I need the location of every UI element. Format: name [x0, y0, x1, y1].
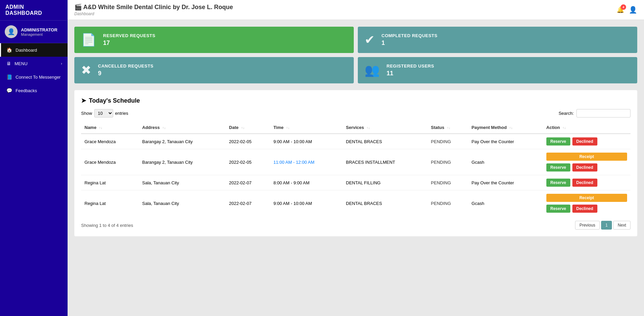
- action-cell: Receipt Reserve Declined: [546, 194, 627, 213]
- schedule-title: ➤ Today's Schedule: [81, 97, 630, 104]
- action-cell: Reserve Declined: [546, 179, 627, 187]
- sidebar: ADMIN DASHBOARD 👤 ADMINISTRATOR Manageme…: [0, 0, 68, 316]
- col-action: Action ↑↓: [543, 122, 630, 134]
- reserved-value: 17: [103, 40, 155, 47]
- sort-icon-services: ↑↓: [367, 126, 370, 130]
- entries-select[interactable]: 10 25 50 100: [94, 109, 113, 117]
- action-row: Reserve Declined: [546, 205, 627, 213]
- reserve-button[interactable]: Reserve: [546, 205, 570, 213]
- sidebar-item-messenger[interactable]: 📘 Connect To Messenger: [0, 70, 68, 84]
- profile-role: Management: [21, 32, 57, 36]
- cancelled-icon: ✖: [81, 63, 91, 77]
- messenger-icon: 📘: [6, 74, 12, 80]
- declined-button[interactable]: Declined: [572, 205, 597, 213]
- cancelled-value: 9: [98, 70, 153, 77]
- next-button[interactable]: Next: [613, 221, 630, 230]
- stat-card-reserved[interactable]: 📄 RESERVED REQUESTS 17: [74, 27, 354, 53]
- feedbacks-icon: 💬: [6, 88, 12, 93]
- sort-icon-address: ↑↓: [162, 126, 166, 130]
- col-payment: Payment Method ↑↓: [468, 122, 543, 134]
- cell-action: Reserve Declined: [543, 175, 630, 190]
- cell-action: Reserve Declined: [543, 134, 630, 149]
- sidebar-item-menu[interactable]: 🖥 MENU ›: [0, 57, 68, 70]
- table-row: Regina Lat Sala, Tanauan City 2022-02-07…: [81, 175, 630, 190]
- clinic-name: A&D White Smile Dental Clinic by Dr. Jos…: [83, 4, 233, 10]
- topbar-left: 🎬 A&D White Smile Dental Clinic by Dr. J…: [74, 3, 233, 16]
- col-date: Date ↑↓: [226, 122, 270, 134]
- sidebar-item-feedbacks-label: Feedbacks: [16, 88, 37, 93]
- table-row: Regina Lat Sala, Tanauan City 2022-02-07…: [81, 190, 630, 216]
- search-input[interactable]: [576, 109, 630, 117]
- cancelled-info: CANCELLED REQUESTS 9: [98, 63, 153, 77]
- showing-text: Showing 1 to 4 of 4 entries: [81, 223, 133, 228]
- topbar-right: 🔔 4 👤: [617, 6, 637, 14]
- stat-card-cancelled[interactable]: ✖ CANCELLED REQUESTS 9: [74, 57, 354, 83]
- declined-button[interactable]: Declined: [572, 179, 597, 187]
- sidebar-item-feedbacks[interactable]: 💬 Feedbacks: [0, 84, 68, 97]
- cell-date: 2022-02-05: [226, 134, 270, 149]
- cell-time: 9:00 AM - 10:00 AM: [270, 134, 343, 149]
- cell-address: Barangay 2, Tanauan City: [139, 134, 226, 149]
- chevron-right-icon: ›: [61, 61, 62, 65]
- reserve-button[interactable]: Reserve: [546, 137, 570, 146]
- reserve-button[interactable]: Reserve: [546, 179, 570, 187]
- cell-status: PENDING: [427, 175, 468, 190]
- cell-services: BRACES INSTALLMENT: [343, 149, 428, 175]
- stat-card-completed[interactable]: ✔ COMPLETED REQUESTS 1: [358, 27, 637, 53]
- registered-info: REGISTERED USERS 11: [387, 63, 434, 77]
- previous-button[interactable]: Previous: [575, 221, 600, 230]
- reserved-icon: 📄: [81, 33, 96, 47]
- cell-name: Grace Mendoza: [81, 149, 139, 175]
- notification-badge: 4: [621, 4, 626, 10]
- table-header: Name ↑↓ Address ↑↓ Date ↑↓ Time ↑↓ Servi…: [81, 122, 630, 134]
- action-row: Reserve Declined: [546, 137, 627, 146]
- app-title: ADMIN DASHBOARD: [5, 4, 62, 16]
- col-services: Services ↑↓: [343, 122, 428, 134]
- cell-time: 8:00 AM - 9:00 AM: [270, 175, 343, 190]
- declined-button[interactable]: Declined: [572, 137, 597, 146]
- avatar: 👤: [5, 25, 18, 38]
- sidebar-profile: 👤 ADMINISTRATOR Management: [0, 21, 68, 43]
- cell-payment: Gcash: [468, 149, 543, 175]
- receipt-button[interactable]: Receipt: [546, 194, 627, 202]
- menu-icon: 🖥: [6, 61, 11, 66]
- entries-label: entries: [115, 111, 128, 116]
- cell-name: Regina Lat: [81, 190, 139, 216]
- cell-address: Barangay 2, Tanauan City: [139, 149, 226, 175]
- cell-time: 9:00 AM - 10:00 AM: [270, 190, 343, 216]
- sidebar-item-dashboard[interactable]: 🏠 Dashboard: [0, 43, 68, 57]
- sidebar-item-dashboard-label: Dashboard: [16, 48, 37, 53]
- stat-card-registered[interactable]: 👥 REGISTERED USERS 11: [358, 57, 637, 83]
- cell-date: 2022-02-05: [226, 149, 270, 175]
- cell-payment: Pay Over the Counter: [468, 134, 543, 149]
- notifications[interactable]: 🔔 4: [617, 6, 624, 14]
- receipt-button[interactable]: Receipt: [546, 153, 627, 161]
- declined-button[interactable]: Declined: [572, 163, 597, 172]
- table-controls-right: Search:: [559, 109, 630, 117]
- col-time: Time ↑↓: [270, 122, 343, 134]
- reserve-button[interactable]: Reserve: [546, 163, 570, 172]
- cell-address: Sala, Tanauan City: [139, 190, 226, 216]
- cell-status: PENDING: [427, 149, 468, 175]
- page-1-button[interactable]: 1: [601, 221, 612, 230]
- sidebar-item-menu-label: MENU: [15, 61, 27, 66]
- main-content: 🎬 A&D White Smile Dental Clinic by Dr. J…: [68, 0, 644, 316]
- show-label: Show: [81, 111, 92, 116]
- cell-date: 2022-02-07: [226, 190, 270, 216]
- cell-date: 2022-02-07: [226, 175, 270, 190]
- registered-label: REGISTERED USERS: [387, 63, 434, 69]
- clinic-icon: 🎬: [74, 4, 82, 10]
- sidebar-nav: 🏠 Dashboard 🖥 MENU › 📘 Connect To Messen…: [0, 43, 68, 316]
- col-status: Status ↑↓: [427, 122, 468, 134]
- clinic-title: 🎬 A&D White Smile Dental Clinic by Dr. J…: [74, 3, 233, 11]
- action-row: Reserve Declined: [546, 179, 627, 187]
- sort-icon-time: ↑↓: [286, 126, 290, 130]
- action-row: Reserve Declined: [546, 163, 627, 172]
- cell-name: Grace Mendoza: [81, 134, 139, 149]
- user-icon[interactable]: 👤: [629, 6, 637, 14]
- completed-value: 1: [381, 40, 438, 47]
- cell-services: DENTAL BRACES: [343, 134, 428, 149]
- cell-status: PENDING: [427, 190, 468, 216]
- cell-payment: Gcash: [468, 190, 543, 216]
- cell-name: Regina Lat: [81, 175, 139, 190]
